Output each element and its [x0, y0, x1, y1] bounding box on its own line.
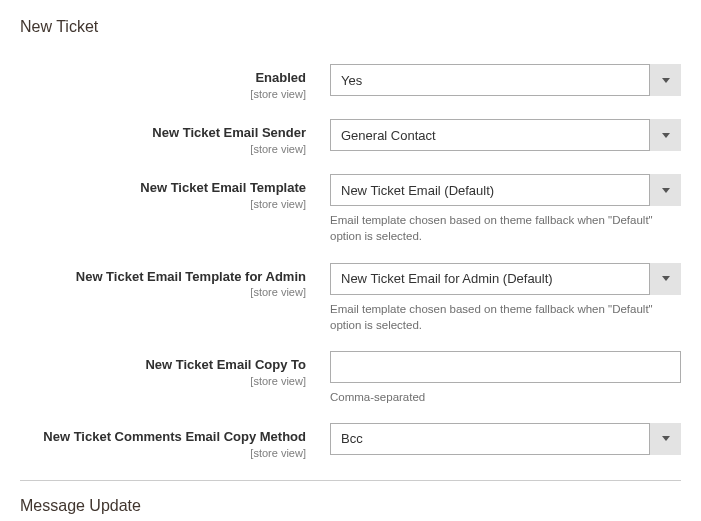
input-copy-to[interactable] — [330, 351, 681, 383]
label-enabled-scope: [store view] — [20, 87, 306, 101]
select-template-admin-value: New Ticket Email for Admin (Default) — [330, 263, 681, 295]
label-copy-to-text: New Ticket Email Copy To — [20, 357, 306, 374]
label-copy-to-scope: [store view] — [20, 374, 306, 388]
select-copy-method-value: Bcc — [330, 423, 681, 455]
label-sender: New Ticket Email Sender [store view] — [20, 119, 330, 156]
section-title-new-ticket: New Ticket — [20, 18, 681, 36]
label-template-text: New Ticket Email Template — [20, 180, 306, 197]
label-copy-method-text: New Ticket Comments Email Copy Method — [20, 429, 306, 446]
field-copy-to: New Ticket Email Copy To [store view] Co… — [20, 351, 681, 405]
help-template: Email template chosen based on theme fal… — [330, 212, 681, 244]
field-sender: New Ticket Email Sender [store view] Gen… — [20, 119, 681, 156]
select-template[interactable]: New Ticket Email (Default) — [330, 174, 681, 206]
select-sender[interactable]: General Contact — [330, 119, 681, 151]
section-title-message-update: Message Update — [20, 497, 681, 515]
help-template-admin: Email template chosen based on theme fal… — [330, 301, 681, 333]
label-template-admin-text: New Ticket Email Template for Admin — [20, 269, 306, 286]
field-enabled: Enabled [store view] Yes — [20, 64, 681, 101]
field-template-admin: New Ticket Email Template for Admin [sto… — [20, 263, 681, 333]
label-sender-scope: [store view] — [20, 142, 306, 156]
select-enabled[interactable]: Yes — [330, 64, 681, 96]
label-template: New Ticket Email Template [store view] — [20, 174, 330, 211]
field-copy-method: New Ticket Comments Email Copy Method [s… — [20, 423, 681, 460]
label-template-admin-scope: [store view] — [20, 285, 306, 299]
label-copy-to: New Ticket Email Copy To [store view] — [20, 351, 330, 388]
label-copy-method: New Ticket Comments Email Copy Method [s… — [20, 423, 330, 460]
select-sender-value: General Contact — [330, 119, 681, 151]
select-template-admin[interactable]: New Ticket Email for Admin (Default) — [330, 263, 681, 295]
label-template-scope: [store view] — [20, 197, 306, 211]
field-template: New Ticket Email Template [store view] N… — [20, 174, 681, 244]
label-sender-text: New Ticket Email Sender — [20, 125, 306, 142]
label-template-admin: New Ticket Email Template for Admin [sto… — [20, 263, 330, 300]
section-divider — [20, 480, 681, 481]
select-enabled-value: Yes — [330, 64, 681, 96]
help-copy-to: Comma-separated — [330, 389, 681, 405]
label-copy-method-scope: [store view] — [20, 446, 306, 460]
select-copy-method[interactable]: Bcc — [330, 423, 681, 455]
select-template-value: New Ticket Email (Default) — [330, 174, 681, 206]
label-enabled: Enabled [store view] — [20, 64, 330, 101]
label-enabled-text: Enabled — [20, 70, 306, 87]
